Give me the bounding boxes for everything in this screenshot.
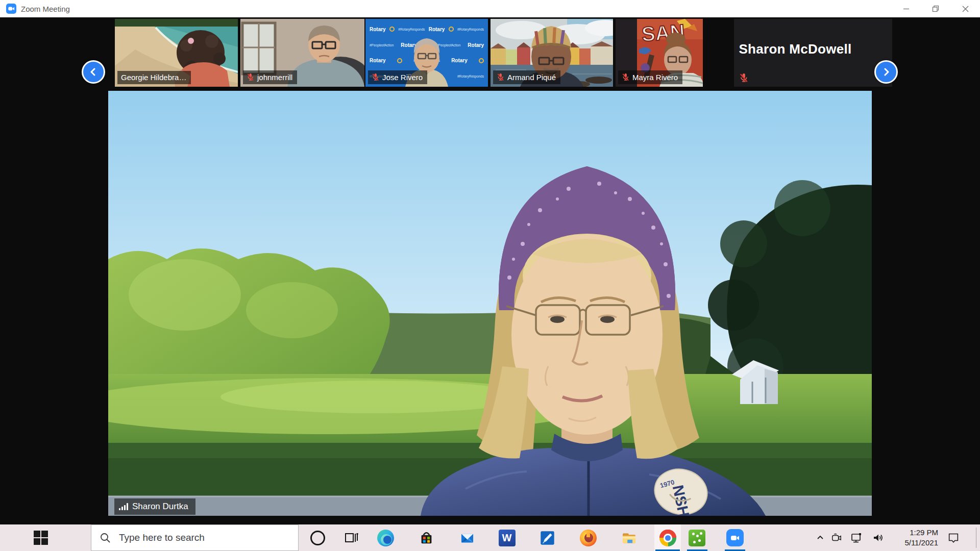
participant-name: Mayra Rivero	[632, 73, 678, 81]
word-button[interactable]: W	[494, 524, 520, 551]
muted-mic-icon	[622, 73, 629, 81]
start-button[interactable]	[28, 524, 54, 551]
search-input[interactable]	[118, 532, 288, 544]
windows-taskbar: W	[0, 524, 980, 551]
muted-mic-icon	[497, 73, 504, 81]
mail-button[interactable]	[454, 524, 480, 551]
participant-name-tag: Mayra Rivero	[618, 70, 682, 84]
participant-tile-mayra[interactable]: SAN Mayra Rivero	[616, 19, 703, 87]
search-icon	[100, 532, 111, 543]
file-explorer-icon	[621, 530, 638, 546]
paint-app-button[interactable]	[534, 524, 560, 551]
muted-mic-icon	[372, 73, 379, 81]
muted-mic-icon	[739, 73, 748, 83]
action-center-button[interactable]	[942, 524, 965, 551]
active-speaker-video: NSH 1970	[108, 91, 872, 516]
firefox-icon	[580, 530, 597, 546]
paint-app-icon	[539, 530, 556, 546]
chevron-right-icon	[882, 68, 890, 76]
edge-icon	[377, 530, 394, 546]
participant-name: Sharon McDowell	[734, 41, 856, 57]
participant-tile-sharon-mcdowell[interactable]: Sharon McDowell	[734, 19, 892, 87]
volume-icon	[872, 532, 884, 544]
volume-button[interactable]	[868, 524, 888, 551]
windows-logo-icon	[34, 531, 48, 545]
action-center-icon	[947, 531, 960, 544]
zoom-icon	[726, 529, 744, 546]
participant-name-tag: Georgie Hildebra…	[117, 71, 191, 84]
edge-button[interactable]	[372, 524, 399, 551]
next-participants-button[interactable]	[874, 60, 898, 84]
capture-app-button[interactable]	[683, 524, 710, 551]
participant-tile-armand[interactable]: Armand Piqué	[491, 19, 613, 87]
participant-tile-johnmerrill[interactable]: johnmerrill	[240, 19, 364, 87]
taskbar-search[interactable]	[91, 524, 299, 551]
participant-name: Armand Piqué	[507, 73, 556, 81]
previous-participants-button[interactable]	[82, 60, 105, 84]
taskbar-clock[interactable]: 1:29 PM 5/11/2021	[904, 524, 938, 551]
network-button[interactable]	[847, 524, 866, 551]
file-explorer-button[interactable]	[616, 524, 642, 551]
firefox-button[interactable]	[575, 524, 601, 551]
participant-tile-jose[interactable]: Rotary #RotaryResponds Rotary #RotaryRes…	[365, 19, 488, 87]
speaker-video-scene: NSH 1970	[108, 91, 872, 516]
store-button[interactable]	[413, 524, 439, 551]
show-desktop-divider[interactable]	[976, 528, 976, 548]
clock-time: 1:29 PM	[910, 528, 938, 538]
zoom-taskbar-button[interactable]	[722, 524, 748, 551]
participant-name: Jose Rivero	[382, 73, 423, 81]
capture-app-icon	[689, 530, 705, 546]
cortana-button[interactable]	[304, 524, 331, 551]
chrome-button[interactable]	[654, 524, 681, 551]
chevron-up-icon	[816, 534, 824, 542]
participant-name: johnmerrill	[257, 73, 292, 81]
task-view-icon	[344, 530, 359, 545]
mail-icon	[459, 530, 476, 546]
participant-name: Georgie Hildebra…	[121, 73, 186, 81]
speaker-name: Sharon Durtka	[132, 502, 188, 511]
window-title: Zoom Meeting	[21, 5, 70, 13]
meeting-content-area: Georgie Hildebra…	[0, 17, 980, 524]
speaker-name-tag: Sharon Durtka	[114, 498, 195, 515]
meet-now-button[interactable]	[827, 524, 846, 551]
meet-now-camera-icon	[831, 532, 842, 543]
muted-mic-icon	[247, 73, 254, 81]
chrome-icon	[659, 530, 676, 546]
participant-name-tag: johnmerrill	[243, 70, 297, 84]
participant-tile-georgie[interactable]: Georgie Hildebra…	[115, 19, 238, 87]
window-controls	[891, 0, 980, 17]
close-button[interactable]	[950, 0, 980, 17]
cortana-icon	[310, 531, 325, 545]
zoom-meeting-window: Zoom Meeting	[0, 0, 980, 551]
clock-date: 5/11/2021	[904, 538, 938, 548]
participant-name-tag: Armand Piqué	[493, 70, 560, 84]
participant-name-tag: Jose Rivero	[368, 70, 427, 84]
restore-button[interactable]	[921, 0, 950, 17]
chevron-left-icon	[89, 68, 97, 76]
connection-signal-icon	[119, 503, 128, 510]
network-icon	[850, 532, 863, 544]
task-view-button[interactable]	[338, 524, 364, 551]
store-icon	[418, 530, 435, 546]
word-icon: W	[499, 530, 516, 546]
zoom-app-icon	[6, 4, 16, 14]
minimize-button[interactable]	[891, 0, 921, 17]
window-titlebar: Zoom Meeting	[0, 0, 980, 17]
